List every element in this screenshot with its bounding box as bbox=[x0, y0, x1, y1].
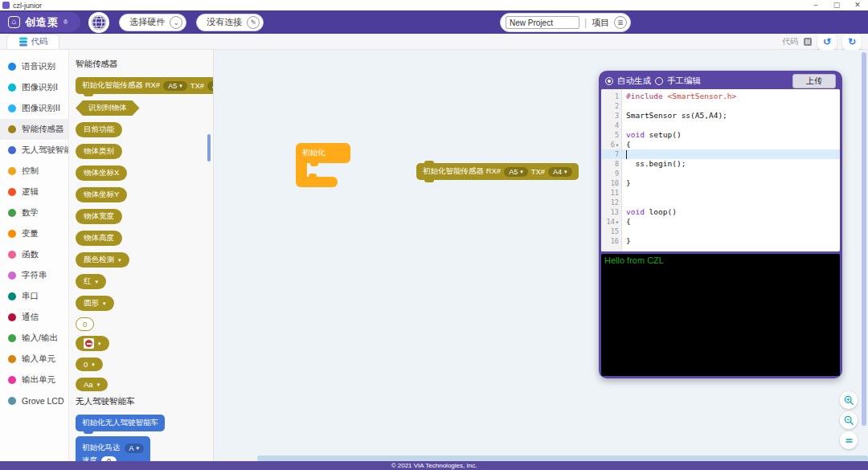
redo-button[interactable]: ↻ bbox=[842, 35, 862, 50]
line-number: 12 bbox=[601, 198, 621, 207]
sidebar-item[interactable]: 逻辑 bbox=[0, 182, 68, 202]
connection-status-button[interactable]: 没有连接 ✎ bbox=[196, 14, 264, 31]
code-line[interactable] bbox=[622, 121, 840, 130]
dropdown-reporter-block[interactable]: 圆形▾ bbox=[76, 296, 114, 311]
upload-button[interactable]: 上传 bbox=[792, 74, 836, 88]
code-line[interactable]: #include <SmartSensor.h> bbox=[622, 92, 840, 101]
code-line[interactable]: { bbox=[622, 217, 840, 227]
reporter-block[interactable]: 物体坐标X bbox=[76, 166, 127, 181]
project-list-icon[interactable]: ≣ bbox=[614, 16, 627, 29]
project-name-input[interactable] bbox=[506, 16, 579, 29]
code-line[interactable] bbox=[622, 188, 840, 198]
zoom-reset-button[interactable] bbox=[840, 431, 858, 449]
code-line[interactable]: { bbox=[622, 140, 840, 149]
sidebar-item[interactable]: 变量 bbox=[0, 223, 68, 244]
boolean-block[interactable]: 识别到物体 bbox=[76, 100, 140, 116]
code-line[interactable] bbox=[622, 169, 840, 178]
radio-manual-edit[interactable] bbox=[655, 77, 663, 85]
palette-scrollbar[interactable] bbox=[207, 134, 211, 161]
window-title-bar: czl-junior – ▢ ✕ bbox=[0, 0, 868, 10]
sidebar-item[interactable]: 图像识别II bbox=[0, 98, 68, 119]
sidebar-item[interactable]: 串口 bbox=[0, 286, 68, 307]
code-line[interactable]: } bbox=[622, 178, 840, 188]
sidebar-item[interactable]: 输入单元 bbox=[0, 349, 68, 370]
tab-code[interactable]: 代码 bbox=[6, 34, 59, 49]
reporter-block[interactable]: 目前功能 bbox=[76, 122, 122, 137]
chevron-down-icon: ⌄ bbox=[170, 16, 182, 29]
code-line[interactable]: ss.begin(); bbox=[622, 159, 840, 169]
dropdown-reporter-block[interactable]: 颜色检测▾ bbox=[76, 252, 129, 268]
reporter-block[interactable]: 物体高度 bbox=[76, 231, 122, 246]
code-line[interactable] bbox=[622, 149, 840, 159]
project-label: 项目 bbox=[592, 17, 609, 29]
sign-dropdown-block[interactable]: ▾ bbox=[76, 336, 109, 351]
zoom-out-button[interactable] bbox=[840, 411, 858, 429]
sidebar-item[interactable]: 数学 bbox=[0, 202, 68, 223]
minimize-button[interactable]: – bbox=[805, 0, 826, 10]
block-label: 初始化 bbox=[302, 148, 326, 158]
editor-code-area[interactable]: #include <SmartSensor.h>SmartSensor ss(A… bbox=[622, 89, 840, 251]
sidebar-item[interactable]: 图像识别I bbox=[0, 77, 68, 98]
number-block[interactable]: 0 bbox=[76, 317, 94, 331]
tab-row: 代码 代码 ↺ ↻ bbox=[0, 34, 868, 50]
close-button[interactable]: ✕ bbox=[847, 0, 868, 10]
code-blocks-icon bbox=[18, 37, 28, 47]
sidebar-item[interactable]: 语音识别 bbox=[0, 56, 68, 77]
multi-row-stack-block[interactable]: 初始化马达A▾速度0方向0 bbox=[76, 436, 150, 461]
language-globe-button[interactable] bbox=[88, 12, 109, 33]
block-label: 初始化马达 bbox=[82, 443, 121, 453]
reporter-block[interactable]: 物体宽度 bbox=[76, 209, 122, 224]
block-label: 速度 bbox=[82, 456, 97, 461]
stack-block[interactable]: 初始化智能传感器 RX#A5▾TX#A4▾ bbox=[76, 77, 214, 94]
code-line[interactable]: void setup() bbox=[622, 130, 840, 140]
fold-toggle-icon[interactable]: ▾ bbox=[616, 219, 619, 226]
category-color-dot bbox=[8, 251, 16, 259]
maximize-button[interactable]: ▢ bbox=[826, 0, 847, 10]
dropdown-reporter-block[interactable]: Aa▾ bbox=[76, 378, 108, 391]
line-number: 14▾ bbox=[601, 217, 621, 227]
block-label: 初始化智能传感器 RX# bbox=[82, 80, 160, 91]
horizontal-scrollbar[interactable] bbox=[257, 456, 868, 461]
dropdown-field[interactable]: A5▾ bbox=[163, 81, 187, 91]
sidebar-item[interactable]: 输出单元 bbox=[0, 370, 68, 390]
canvas-c-block[interactable]: 初始化 bbox=[296, 143, 350, 187]
zoom-in-button[interactable] bbox=[840, 391, 858, 409]
fold-toggle-icon[interactable]: ▾ bbox=[616, 142, 619, 149]
sidebar-item-label: 输入/输出 bbox=[22, 333, 58, 344]
code-line[interactable] bbox=[622, 227, 840, 236]
vertical-scrollbar[interactable] bbox=[862, 52, 866, 426]
dropdown-field[interactable]: A5▾ bbox=[504, 167, 528, 177]
code-line[interactable]: SmartSensor ss(A5,A4); bbox=[622, 111, 840, 121]
sidebar-item[interactable]: 无人驾驶智能车 bbox=[0, 140, 68, 161]
code-line[interactable] bbox=[622, 198, 840, 207]
sidebar-item[interactable]: 智能传感器 bbox=[0, 119, 68, 140]
sidebar-item[interactable]: 字符串 bbox=[0, 265, 68, 286]
palette: 智能传感器初始化智能传感器 RX#A5▾TX#A4▾识别到物体目前功能物体类别物… bbox=[68, 50, 214, 461]
canvas-stack-block[interactable]: 初始化智能传感器 RX#A5▾TX#A4▾ bbox=[416, 162, 579, 180]
sidebar-item-label: 图像识别II bbox=[22, 103, 60, 114]
stack-block[interactable]: 初始化无人驾驶智能车 bbox=[76, 415, 165, 431]
radio-auto-generate-label: 自动生成 bbox=[617, 76, 651, 87]
code-line[interactable] bbox=[622, 101, 840, 111]
sidebar-item[interactable]: Grove LCD bbox=[0, 390, 68, 411]
radio-auto-generate[interactable] bbox=[605, 77, 613, 85]
reporter-block[interactable]: 物体坐标Y bbox=[76, 187, 127, 202]
undo-button[interactable]: ↺ bbox=[817, 35, 837, 50]
sidebar-item[interactable]: 通信 bbox=[0, 307, 68, 328]
dropdown-field[interactable]: A4▾ bbox=[207, 81, 214, 91]
code-panel-toggle[interactable] bbox=[804, 38, 812, 46]
sidebar-item[interactable]: 函数 bbox=[0, 244, 68, 265]
code-line[interactable]: } bbox=[622, 236, 840, 246]
code-editor[interactable]: 123456▾7891011121314▾1516 #include <Smar… bbox=[601, 89, 840, 251]
stack-block[interactable]: 初始化智能传感器 RX#A5▾TX#A4▾ bbox=[416, 163, 579, 180]
code-line[interactable]: void loop() bbox=[622, 207, 840, 217]
dropdown-field[interactable]: A4▾ bbox=[548, 167, 572, 177]
reporter-block[interactable]: 物体类别 bbox=[76, 144, 122, 159]
sidebar-item[interactable]: 控制 bbox=[0, 161, 68, 182]
dropdown-field[interactable]: A▾ bbox=[125, 443, 145, 453]
select-hardware-button[interactable]: 选择硬件 ⌄ bbox=[119, 14, 186, 31]
dropdown-reporter-block[interactable]: 0▾ bbox=[76, 358, 103, 371]
line-number: 4 bbox=[601, 121, 621, 130]
sidebar-item[interactable]: 输入/输出 bbox=[0, 328, 68, 349]
dropdown-reporter-block[interactable]: 红▾ bbox=[76, 274, 106, 289]
